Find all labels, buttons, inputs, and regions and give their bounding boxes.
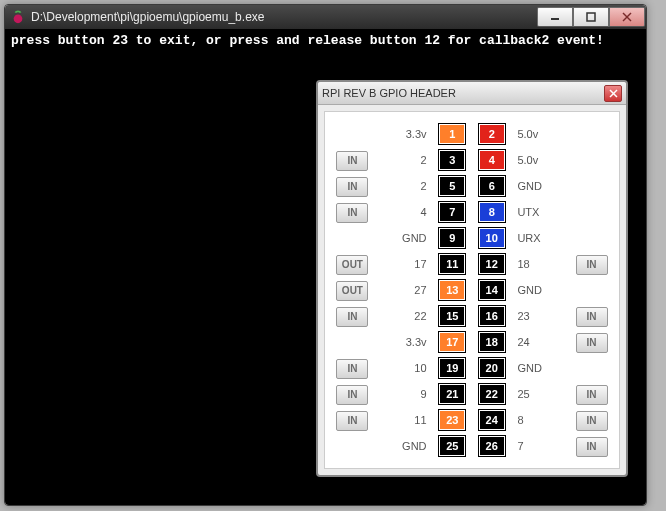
svg-point-0 [14,14,23,23]
gpio-pin[interactable]: 25 [439,436,465,456]
maximize-button[interactable] [573,7,609,27]
gpio-pin[interactable]: 22 [479,384,505,404]
gpio-mode-button-left[interactable]: IN [336,307,368,327]
titlebar[interactable]: D:\Development\pi\gpioemu\gpioemu_b.exe [5,5,646,29]
minimize-icon [550,12,560,22]
gpio-pin[interactable]: 15 [439,306,465,326]
gpio-pin[interactable]: 9 [439,228,465,248]
gpio-pin[interactable]: 13 [439,280,465,300]
gpio-right-label: 8 [511,408,568,432]
gpio-row: IN478UTX [329,200,615,224]
close-button[interactable] [609,7,645,27]
gpio-pin[interactable]: 8 [479,202,505,222]
gpio-left-label: 17 [376,252,433,276]
gpio-pin[interactable]: 21 [439,384,465,404]
gpio-pin[interactable]: 12 [479,254,505,274]
window-title: D:\Development\pi\gpioemu\gpioemu_b.exe [31,10,537,24]
gpio-pin[interactable]: 19 [439,358,465,378]
gpio-mode-button-left[interactable]: IN [336,359,368,379]
gpio-mode-button-right[interactable]: IN [576,333,608,353]
gpio-pin-table: 3.3v125.0vIN2345.0vIN256GNDIN478UTXGND91… [329,120,615,460]
gpio-right-label: 24 [511,330,568,354]
gpio-pin[interactable]: 23 [439,410,465,430]
gpio-left-label: 3.3v [376,122,433,146]
gpio-right-label: 7 [511,434,568,458]
gpio-row: IN1123248IN [329,408,615,432]
gpio-pin[interactable]: 16 [479,306,505,326]
gpio-right-label: 23 [511,304,568,328]
gpio-pin[interactable]: 6 [479,176,505,196]
gpio-left-label: GND [376,226,433,250]
gpio-row: 3.3v171824IN [329,330,615,354]
gpio-pin[interactable]: 18 [479,332,505,352]
gpio-mode-button-right[interactable]: IN [576,437,608,457]
gpio-pin[interactable]: 7 [439,202,465,222]
close-icon [609,89,618,98]
gpio-row: GND910URX [329,226,615,250]
gpio-left-label: 4 [376,200,433,224]
gpio-left-label: 3.3v [376,330,433,354]
gpio-mode-button-right[interactable]: IN [576,385,608,405]
gpio-mode-button-left[interactable]: IN [336,411,368,431]
gpio-left-label: GND [376,434,433,458]
window-controls [537,7,645,27]
gpio-title: RPI REV B GPIO HEADER [322,87,604,99]
gpio-row: OUT17111218IN [329,252,615,276]
gpio-right-label: 25 [511,382,568,406]
gpio-dialog[interactable]: RPI REV B GPIO HEADER 3.3v125.0vIN2345.0… [316,80,628,477]
gpio-right-label: 18 [511,252,568,276]
minimize-button[interactable] [537,7,573,27]
gpio-left-label: 2 [376,148,433,172]
gpio-titlebar[interactable]: RPI REV B GPIO HEADER [318,82,626,105]
gpio-pin[interactable]: 26 [479,436,505,456]
gpio-right-label: GND [511,278,568,302]
gpio-row: 3.3v125.0v [329,122,615,146]
gpio-row: OUT271314GND [329,278,615,302]
console-output: press button 23 to exit, or press and re… [5,29,646,52]
gpio-pin[interactable]: 11 [439,254,465,274]
gpio-body: 3.3v125.0vIN2345.0vIN256GNDIN478UTXGND91… [324,111,620,469]
gpio-left-label: 27 [376,278,433,302]
gpio-left-label: 10 [376,356,433,380]
maximize-icon [586,12,596,22]
gpio-right-label: URX [511,226,568,250]
gpio-mode-button-right[interactable]: IN [576,307,608,327]
gpio-mode-button-left[interactable]: OUT [336,281,368,301]
gpio-left-label: 2 [376,174,433,198]
gpio-mode-button-left[interactable]: IN [336,203,368,223]
gpio-right-label: 5.0v [511,148,568,172]
gpio-row: IN256GND [329,174,615,198]
gpio-left-label: 22 [376,304,433,328]
gpio-mode-button-left[interactable]: IN [336,385,368,405]
gpio-row: IN2345.0v [329,148,615,172]
gpio-pin[interactable]: 14 [479,280,505,300]
gpio-pin[interactable]: 20 [479,358,505,378]
gpio-right-label: GND [511,174,568,198]
gpio-mode-button-right[interactable]: IN [576,411,608,431]
gpio-pin[interactable]: 2 [479,124,505,144]
gpio-pin[interactable]: 24 [479,410,505,430]
gpio-left-label: 11 [376,408,433,432]
svg-rect-2 [587,13,595,21]
gpio-close-button[interactable] [604,85,622,102]
gpio-right-label: GND [511,356,568,380]
gpio-pin[interactable]: 3 [439,150,465,170]
gpio-mode-button-right[interactable]: IN [576,255,608,275]
gpio-mode-button-left[interactable]: IN [336,177,368,197]
gpio-left-label: 9 [376,382,433,406]
gpio-pin[interactable]: 10 [479,228,505,248]
gpio-mode-button-left[interactable]: OUT [336,255,368,275]
gpio-row: GND25267IN [329,434,615,458]
gpio-right-label: 5.0v [511,122,568,146]
gpio-pin[interactable]: 4 [479,150,505,170]
gpio-row: IN22151623IN [329,304,615,328]
gpio-pin[interactable]: 17 [439,332,465,352]
close-icon [622,12,632,22]
gpio-mode-button-left[interactable]: IN [336,151,368,171]
gpio-pin[interactable]: 5 [439,176,465,196]
gpio-row: IN9212225IN [329,382,615,406]
gpio-pin[interactable]: 1 [439,124,465,144]
raspberry-icon [11,10,25,24]
gpio-right-label: UTX [511,200,568,224]
gpio-row: IN101920GND [329,356,615,380]
